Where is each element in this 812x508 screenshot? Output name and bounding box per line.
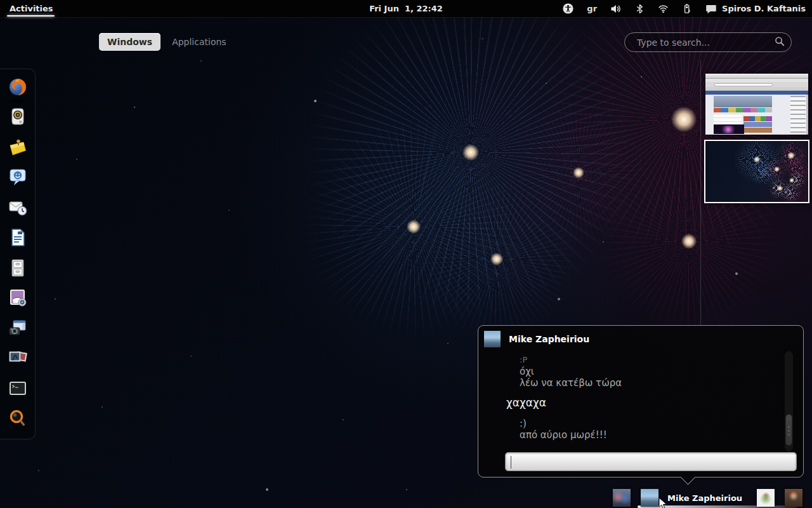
contact-avatar bbox=[641, 489, 658, 507]
fireworks-photo bbox=[714, 124, 744, 134]
contact-avatar bbox=[757, 489, 775, 507]
word-processor-icon bbox=[8, 227, 28, 250]
photo-strip bbox=[714, 108, 772, 112]
chat-message: όχι bbox=[478, 366, 778, 377]
activities-button[interactable]: Activities bbox=[7, 0, 56, 17]
tray-item-contact-3[interactable] bbox=[785, 489, 802, 507]
user-name: Spiros D. Kaftanis bbox=[722, 4, 806, 13]
dash-item-screenshot[interactable] bbox=[7, 319, 29, 340]
terminal-icon bbox=[8, 378, 28, 401]
battery-charging-icon[interactable] bbox=[682, 3, 692, 14]
chat-reply-input[interactable] bbox=[506, 453, 796, 471]
facebook-page bbox=[705, 95, 808, 135]
dash-item-firefox[interactable] bbox=[7, 77, 29, 99]
cover-photo bbox=[714, 96, 772, 107]
firework-core bbox=[774, 166, 780, 172]
tray-item-contact-2[interactable] bbox=[757, 489, 775, 507]
chat-message: λέω να κατέβω τώρα bbox=[478, 377, 778, 389]
firework-core bbox=[754, 156, 760, 163]
page-scrollbar bbox=[806, 95, 808, 135]
tab-windows[interactable]: Windows bbox=[99, 33, 160, 51]
search-input[interactable] bbox=[636, 37, 775, 48]
search-entry[interactable] bbox=[624, 32, 792, 52]
firework-core bbox=[573, 167, 584, 178]
workspace-thumbnail-1[interactable] bbox=[705, 74, 808, 135]
user-chat-icon bbox=[705, 4, 717, 14]
firework-core bbox=[789, 178, 794, 183]
webcam-photo-icon bbox=[8, 288, 28, 311]
browser-toolbar bbox=[705, 82, 808, 87]
firework-core bbox=[671, 107, 697, 132]
file-cabinet-icon bbox=[8, 258, 28, 281]
overview-view-tabs: Windows Applications bbox=[99, 33, 229, 51]
chat-scrollbar-handle[interactable] bbox=[785, 414, 792, 446]
url-bar bbox=[714, 83, 773, 86]
firework-core bbox=[490, 253, 503, 265]
wifi-icon[interactable] bbox=[658, 4, 669, 13]
dash-item-instant-messaging[interactable] bbox=[7, 168, 29, 189]
firefox-facebook-window-thumbnail bbox=[705, 74, 808, 135]
volume-icon[interactable] bbox=[610, 4, 622, 14]
tray-item-contact-1[interactable] bbox=[613, 489, 631, 507]
firework-core bbox=[787, 152, 795, 159]
photo-stack-icon bbox=[8, 348, 28, 371]
chat-message-outgoing: χαχαχα bbox=[478, 396, 778, 410]
chat-scrollbar-track[interactable] bbox=[785, 351, 793, 451]
dash-item-file-manager[interactable] bbox=[7, 258, 29, 280]
bluetooth-icon[interactable] bbox=[635, 4, 645, 14]
sender-name: Mike Zapheiriou bbox=[509, 334, 589, 344]
email-clock-icon bbox=[8, 197, 28, 220]
firework-core bbox=[681, 234, 697, 249]
chat-sidebar bbox=[790, 96, 806, 133]
dash-item-photos[interactable] bbox=[7, 349, 29, 370]
chat-message: από αύριο μωρέ!!! bbox=[478, 429, 778, 441]
universal-access-icon[interactable] bbox=[563, 3, 573, 14]
chat-notification: Mike Zapheiriou :P όχι λέω να κατέβω τώρ… bbox=[478, 325, 804, 478]
workspace-panel-divider bbox=[700, 60, 701, 325]
dash bbox=[0, 69, 36, 439]
gnome-shell-activities-overview: Activities Fri Jun 1, 22:42 gr bbox=[0, 0, 812, 508]
activities-label: Activities bbox=[10, 4, 53, 13]
window-titlebar bbox=[705, 74, 808, 79]
tab-applications[interactable]: Applications bbox=[169, 33, 229, 51]
desktop-search-icon bbox=[8, 408, 28, 431]
mouse-cursor bbox=[658, 497, 667, 508]
firework-core bbox=[407, 220, 421, 234]
keyboard-layout-indicator[interactable]: gr bbox=[587, 4, 597, 13]
contact-avatar bbox=[785, 489, 802, 507]
top-bar: Activities Fri Jun 1, 22:42 gr bbox=[0, 0, 812, 17]
sticky-notes-icon bbox=[8, 137, 28, 160]
dash-item-search-tool[interactable] bbox=[7, 409, 29, 431]
dash-item-music-player[interactable] bbox=[7, 107, 29, 129]
dash-item-terminal[interactable] bbox=[7, 379, 29, 401]
firefox-browser-icon bbox=[8, 77, 28, 100]
chat-message: :P bbox=[478, 354, 778, 366]
text-caret bbox=[511, 456, 511, 469]
workspace-thumbnail-2[interactable] bbox=[704, 140, 809, 203]
photo-grid bbox=[743, 116, 772, 121]
firework-core bbox=[777, 185, 783, 191]
dash-item-webcam[interactable] bbox=[7, 288, 29, 310]
user-menu[interactable]: Spiros D. Kaftanis bbox=[705, 4, 806, 14]
music-player-icon bbox=[8, 107, 28, 130]
search-icon bbox=[775, 36, 785, 49]
clock[interactable]: Fri Jun 1, 22:42 bbox=[369, 4, 443, 13]
status-area: gr Spiros D. Kaftanis bbox=[563, 3, 812, 14]
screenshot-camera-icon bbox=[8, 318, 28, 341]
dash-item-email[interactable] bbox=[7, 198, 29, 220]
desktop-thumbnail bbox=[705, 141, 808, 202]
firework-core bbox=[462, 144, 479, 161]
chat-reply-field[interactable] bbox=[505, 452, 797, 471]
chat-header: Mike Zapheiriou bbox=[484, 331, 589, 347]
contact-avatar bbox=[613, 489, 631, 507]
chat-message: :) bbox=[478, 418, 778, 429]
sender-avatar bbox=[484, 331, 501, 347]
dash-item-word-processor[interactable] bbox=[7, 228, 29, 250]
dash-item-sticky-notes[interactable] bbox=[7, 138, 29, 159]
tray-item-contact-mike[interactable]: Mike Zapheiriou bbox=[641, 489, 742, 507]
chat-message-list: :P όχι λέω να κατέβω τώρα χαχαχα :) από … bbox=[478, 354, 778, 441]
tray-item-label: Mike Zapheiriou bbox=[667, 493, 742, 503]
instant-messaging-icon bbox=[8, 167, 28, 190]
